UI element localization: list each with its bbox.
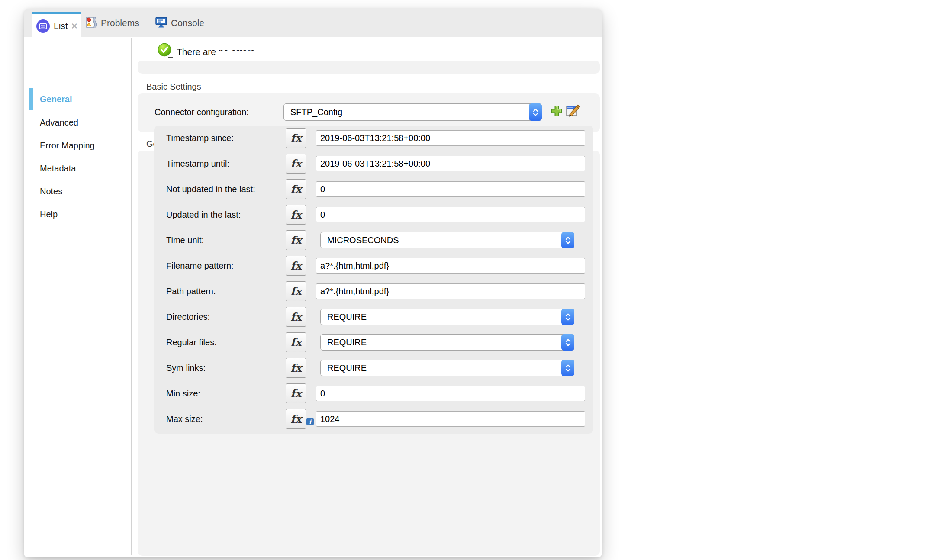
filename-pattern-input[interactable]: a?*.{htm,html,pdf} xyxy=(316,258,585,274)
spinner-icon xyxy=(561,360,574,376)
max-size-input[interactable]: 1024 xyxy=(316,411,585,427)
tab-problems[interactable]: Problems xyxy=(85,9,139,37)
timestamp-until-fx-button[interactable]: fx xyxy=(286,154,306,174)
not-updated-fx-button[interactable]: fx xyxy=(286,179,306,199)
cropped-text-field[interactable] xyxy=(218,51,596,61)
active-item-accent-bar xyxy=(29,88,33,110)
not-updated-label: Not updated in the last: xyxy=(166,184,255,194)
updated-fx-button[interactable]: fx xyxy=(286,205,306,225)
path-pattern-label: Path pattern: xyxy=(166,286,216,296)
directories-label: Directories: xyxy=(166,312,210,322)
cropped-label-fragment xyxy=(168,57,173,58)
updated-label: Updated in the last: xyxy=(166,210,241,220)
sidebar-item-advanced[interactable]: Advanced xyxy=(40,118,78,128)
sidebar-item-notes[interactable]: Notes xyxy=(40,187,62,196)
max-size-fx-button[interactable]: fx xyxy=(286,409,306,429)
edit-config-button[interactable] xyxy=(565,103,581,119)
max-size-label: Max size: xyxy=(166,414,203,424)
info-icon: i xyxy=(306,418,314,425)
spinner-icon xyxy=(561,309,574,325)
path-pattern-input[interactable]: a?*.{htm,html,pdf} xyxy=(316,283,585,299)
regular-files-fx-button[interactable]: fx xyxy=(286,332,306,352)
connector-configuration-select[interactable]: SFTP_Config xyxy=(283,103,542,121)
time-unit-fx-button[interactable]: fx xyxy=(286,230,306,250)
sftp-list-icon xyxy=(36,19,50,33)
properties-window: Problems Console xyxy=(24,9,602,557)
sidebar-item-metadata[interactable]: Metadata xyxy=(40,164,76,174)
spinner-icon xyxy=(561,334,574,351)
spinner-icon xyxy=(529,103,542,121)
connector-configuration-value: SFTP_Config xyxy=(290,107,342,117)
sym-links-value: REQUIRE xyxy=(327,363,367,373)
time-unit-label: Time unit: xyxy=(166,235,204,245)
min-size-fx-button[interactable]: fx xyxy=(286,383,306,403)
tab-console-label: Console xyxy=(171,18,204,28)
add-config-button[interactable] xyxy=(550,105,563,119)
filename-pattern-label: Filename pattern: xyxy=(166,261,234,271)
timestamp-since-input[interactable]: 2019-06-03T13:21:58+00:00 xyxy=(316,130,585,146)
timestamp-since-label: Timestamp since: xyxy=(166,133,234,143)
file-matching-rules-panel: Timestamp since: fx 2019-06-03T13:21:58+… xyxy=(154,126,593,434)
timestamp-since-fx-button[interactable]: fx xyxy=(286,128,306,148)
sym-links-select[interactable]: REQUIRE xyxy=(320,360,574,376)
directories-select[interactable]: REQUIRE xyxy=(320,309,574,325)
sidebar-item-general[interactable]: General xyxy=(40,94,72,104)
success-check-icon xyxy=(158,43,171,58)
tab-console[interactable]: Console xyxy=(155,9,204,37)
path-pattern-fx-button[interactable]: fx xyxy=(286,281,306,301)
sym-links-fx-button[interactable]: fx xyxy=(286,358,306,378)
settings-sidebar: General Advanced Error Mapping Metadata … xyxy=(24,38,131,557)
time-unit-value: MICROSECONDS xyxy=(327,235,399,245)
sidebar-item-help[interactable]: Help xyxy=(40,209,58,219)
tab-list[interactable]: List × xyxy=(32,12,81,38)
tab-bar: Problems Console xyxy=(24,9,602,37)
cropped-panel-edge xyxy=(138,61,600,74)
regular-files-value: REQUIRE xyxy=(327,338,367,348)
connector-configuration-label: Connector configuration: xyxy=(154,107,249,117)
console-icon xyxy=(155,16,167,30)
sidebar-item-error-mapping[interactable]: Error Mapping xyxy=(40,141,95,151)
sym-links-label: Sym links: xyxy=(166,363,206,373)
not-updated-input[interactable]: 0 xyxy=(316,181,585,197)
tab-list-label: List xyxy=(54,21,68,31)
time-unit-select[interactable]: MICROSECONDS xyxy=(320,232,574,248)
timestamp-until-label: Timestamp until: xyxy=(166,159,229,169)
updated-input[interactable]: 0 xyxy=(316,207,585,222)
filename-pattern-fx-button[interactable]: fx xyxy=(286,256,306,276)
main-content: There are no errors. Basic Settings Conn… xyxy=(132,38,602,557)
min-size-input[interactable]: 0 xyxy=(316,386,585,401)
regular-files-select[interactable]: REQUIRE xyxy=(320,334,574,351)
directories-fx-button[interactable]: fx xyxy=(286,307,306,327)
problems-icon xyxy=(85,16,97,30)
tab-problems-label: Problems xyxy=(101,18,139,28)
directories-value: REQUIRE xyxy=(327,312,367,322)
section-title-basic-settings: Basic Settings xyxy=(146,82,201,92)
timestamp-until-input[interactable]: 2019-06-03T13:21:58+00:00 xyxy=(316,156,585,171)
spinner-icon xyxy=(561,232,574,248)
min-size-label: Min size: xyxy=(166,389,200,399)
regular-files-label: Regular files: xyxy=(166,338,217,348)
close-icon[interactable]: × xyxy=(71,21,77,31)
